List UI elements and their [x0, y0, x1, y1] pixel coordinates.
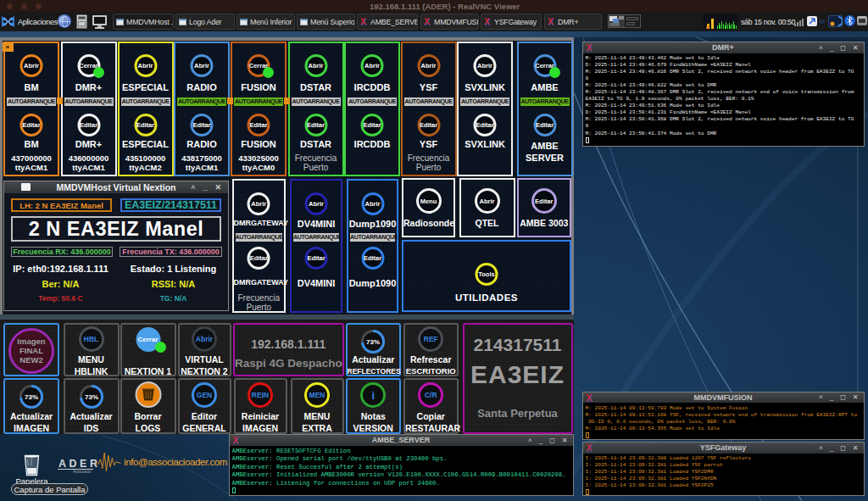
- svg-text:73%: 73%: [25, 393, 38, 401]
- svg-text:73%: 73%: [84, 393, 97, 401]
- svg-text:73%: 73%: [366, 338, 380, 346]
